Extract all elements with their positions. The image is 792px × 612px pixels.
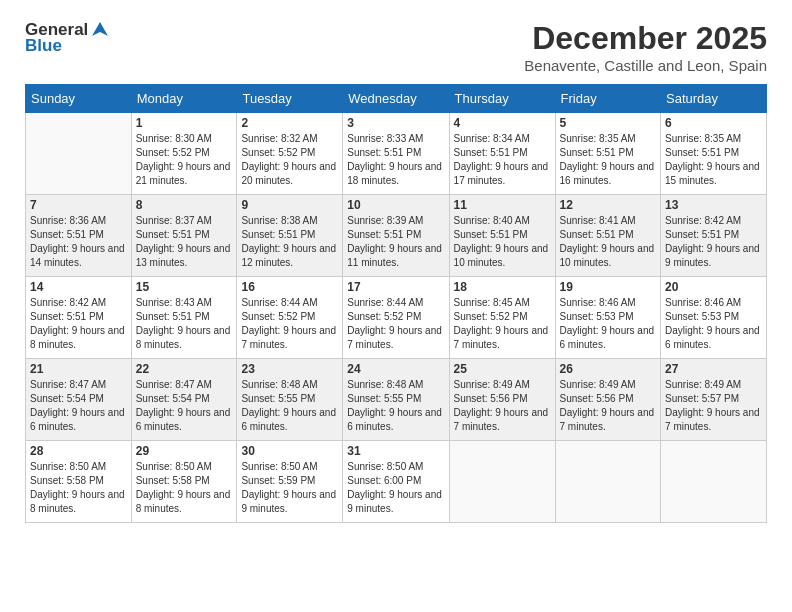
calendar-week-row: 21Sunrise: 8:47 AMSunset: 5:54 PMDayligh… [26,359,767,441]
day-cell-19: 19Sunrise: 8:46 AMSunset: 5:53 PMDayligh… [555,277,661,359]
day-info: Sunrise: 8:37 AMSunset: 5:51 PMDaylight:… [136,214,233,270]
day-cell-7: 7Sunrise: 8:36 AMSunset: 5:51 PMDaylight… [26,195,132,277]
day-info: Sunrise: 8:42 AMSunset: 5:51 PMDaylight:… [665,214,762,270]
day-number: 19 [560,280,657,294]
day-info: Sunrise: 8:44 AMSunset: 5:52 PMDaylight:… [241,296,338,352]
day-cell-26: 26Sunrise: 8:49 AMSunset: 5:56 PMDayligh… [555,359,661,441]
day-info: Sunrise: 8:49 AMSunset: 5:57 PMDaylight:… [665,378,762,434]
day-number: 15 [136,280,233,294]
empty-day-cell [26,113,132,195]
day-number: 12 [560,198,657,212]
day-cell-29: 29Sunrise: 8:50 AMSunset: 5:58 PMDayligh… [131,441,237,523]
day-info: Sunrise: 8:49 AMSunset: 5:56 PMDaylight:… [560,378,657,434]
day-info: Sunrise: 8:43 AMSunset: 5:51 PMDaylight:… [136,296,233,352]
day-cell-22: 22Sunrise: 8:47 AMSunset: 5:54 PMDayligh… [131,359,237,441]
day-number: 31 [347,444,444,458]
day-number: 6 [665,116,762,130]
day-cell-24: 24Sunrise: 8:48 AMSunset: 5:55 PMDayligh… [343,359,449,441]
day-number: 4 [454,116,551,130]
logo-bird-icon [90,20,110,40]
day-cell-1: 1Sunrise: 8:30 AMSunset: 5:52 PMDaylight… [131,113,237,195]
day-cell-14: 14Sunrise: 8:42 AMSunset: 5:51 PMDayligh… [26,277,132,359]
day-number: 18 [454,280,551,294]
day-cell-9: 9Sunrise: 8:38 AMSunset: 5:51 PMDaylight… [237,195,343,277]
logo-blue: Blue [25,36,62,56]
day-number: 5 [560,116,657,130]
calendar-table: SundayMondayTuesdayWednesdayThursdayFrid… [25,84,767,523]
day-number: 27 [665,362,762,376]
day-info: Sunrise: 8:50 AMSunset: 5:59 PMDaylight:… [241,460,338,516]
month-title: December 2025 [524,20,767,57]
day-cell-18: 18Sunrise: 8:45 AMSunset: 5:52 PMDayligh… [449,277,555,359]
weekday-header-sunday: Sunday [26,85,132,113]
day-number: 9 [241,198,338,212]
day-cell-31: 31Sunrise: 8:50 AMSunset: 6:00 PMDayligh… [343,441,449,523]
day-number: 20 [665,280,762,294]
day-number: 28 [30,444,127,458]
weekday-header-monday: Monday [131,85,237,113]
day-number: 16 [241,280,338,294]
day-info: Sunrise: 8:44 AMSunset: 5:52 PMDaylight:… [347,296,444,352]
day-number: 1 [136,116,233,130]
day-cell-12: 12Sunrise: 8:41 AMSunset: 5:51 PMDayligh… [555,195,661,277]
day-number: 21 [30,362,127,376]
day-number: 24 [347,362,444,376]
day-info: Sunrise: 8:33 AMSunset: 5:51 PMDaylight:… [347,132,444,188]
day-number: 13 [665,198,762,212]
weekday-header-friday: Friday [555,85,661,113]
day-number: 23 [241,362,338,376]
day-number: 2 [241,116,338,130]
day-number: 10 [347,198,444,212]
day-info: Sunrise: 8:49 AMSunset: 5:56 PMDaylight:… [454,378,551,434]
day-info: Sunrise: 8:35 AMSunset: 5:51 PMDaylight:… [560,132,657,188]
day-info: Sunrise: 8:34 AMSunset: 5:51 PMDaylight:… [454,132,551,188]
calendar-week-row: 28Sunrise: 8:50 AMSunset: 5:58 PMDayligh… [26,441,767,523]
day-info: Sunrise: 8:45 AMSunset: 5:52 PMDaylight:… [454,296,551,352]
day-cell-16: 16Sunrise: 8:44 AMSunset: 5:52 PMDayligh… [237,277,343,359]
day-cell-10: 10Sunrise: 8:39 AMSunset: 5:51 PMDayligh… [343,195,449,277]
day-cell-28: 28Sunrise: 8:50 AMSunset: 5:58 PMDayligh… [26,441,132,523]
day-number: 3 [347,116,444,130]
day-info: Sunrise: 8:47 AMSunset: 5:54 PMDaylight:… [136,378,233,434]
weekday-header-thursday: Thursday [449,85,555,113]
empty-day-cell [449,441,555,523]
location-subtitle: Benavente, Castille and Leon, Spain [524,57,767,74]
day-cell-13: 13Sunrise: 8:42 AMSunset: 5:51 PMDayligh… [661,195,767,277]
day-cell-15: 15Sunrise: 8:43 AMSunset: 5:51 PMDayligh… [131,277,237,359]
day-number: 8 [136,198,233,212]
weekday-header-saturday: Saturday [661,85,767,113]
empty-day-cell [661,441,767,523]
day-number: 22 [136,362,233,376]
day-info: Sunrise: 8:38 AMSunset: 5:51 PMDaylight:… [241,214,338,270]
day-info: Sunrise: 8:50 AMSunset: 5:58 PMDaylight:… [30,460,127,516]
day-info: Sunrise: 8:50 AMSunset: 6:00 PMDaylight:… [347,460,444,516]
day-number: 29 [136,444,233,458]
day-cell-11: 11Sunrise: 8:40 AMSunset: 5:51 PMDayligh… [449,195,555,277]
day-number: 11 [454,198,551,212]
day-info: Sunrise: 8:32 AMSunset: 5:52 PMDaylight:… [241,132,338,188]
day-info: Sunrise: 8:46 AMSunset: 5:53 PMDaylight:… [665,296,762,352]
weekday-header-row: SundayMondayTuesdayWednesdayThursdayFrid… [26,85,767,113]
day-cell-3: 3Sunrise: 8:33 AMSunset: 5:51 PMDaylight… [343,113,449,195]
day-number: 7 [30,198,127,212]
day-number: 26 [560,362,657,376]
day-info: Sunrise: 8:40 AMSunset: 5:51 PMDaylight:… [454,214,551,270]
day-cell-25: 25Sunrise: 8:49 AMSunset: 5:56 PMDayligh… [449,359,555,441]
header: General Blue December 2025 Benavente, Ca… [25,20,767,74]
day-info: Sunrise: 8:41 AMSunset: 5:51 PMDaylight:… [560,214,657,270]
day-cell-5: 5Sunrise: 8:35 AMSunset: 5:51 PMDaylight… [555,113,661,195]
day-cell-8: 8Sunrise: 8:37 AMSunset: 5:51 PMDaylight… [131,195,237,277]
calendar-week-row: 14Sunrise: 8:42 AMSunset: 5:51 PMDayligh… [26,277,767,359]
day-info: Sunrise: 8:47 AMSunset: 5:54 PMDaylight:… [30,378,127,434]
day-cell-30: 30Sunrise: 8:50 AMSunset: 5:59 PMDayligh… [237,441,343,523]
day-info: Sunrise: 8:30 AMSunset: 5:52 PMDaylight:… [136,132,233,188]
svg-marker-0 [92,22,108,36]
empty-day-cell [555,441,661,523]
day-cell-23: 23Sunrise: 8:48 AMSunset: 5:55 PMDayligh… [237,359,343,441]
day-info: Sunrise: 8:39 AMSunset: 5:51 PMDaylight:… [347,214,444,270]
logo: General Blue [25,20,110,56]
calendar-week-row: 7Sunrise: 8:36 AMSunset: 5:51 PMDaylight… [26,195,767,277]
day-info: Sunrise: 8:48 AMSunset: 5:55 PMDaylight:… [241,378,338,434]
day-cell-20: 20Sunrise: 8:46 AMSunset: 5:53 PMDayligh… [661,277,767,359]
day-cell-27: 27Sunrise: 8:49 AMSunset: 5:57 PMDayligh… [661,359,767,441]
